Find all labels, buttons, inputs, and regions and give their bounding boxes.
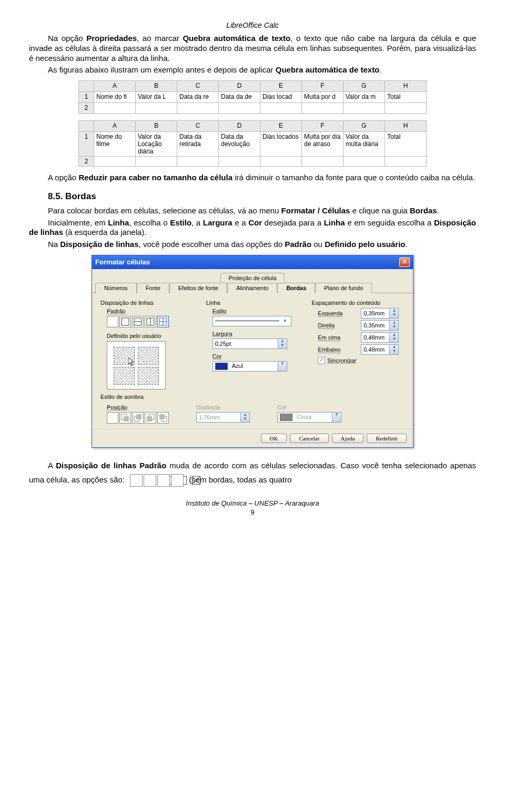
- preset-box-v-icon[interactable]: [145, 316, 156, 327]
- spinner-arrows-icon[interactable]: ▲▼: [278, 339, 287, 348]
- userdef-preview[interactable]: [107, 341, 166, 389]
- style-combo[interactable]: ▼: [213, 316, 291, 326]
- label-shadow-cor: Cor: [277, 404, 341, 410]
- spreadsheet-before: A B C D E F G H 1 Nome do fi Valor da L …: [78, 80, 427, 114]
- text: A opção: [48, 173, 78, 182]
- color-combo[interactable]: Azul ▼: [213, 361, 287, 372]
- text: Inicialmente, em: [48, 218, 108, 227]
- width-value: 0,25pt: [213, 341, 278, 347]
- checkbox-checked-icon: ✓: [318, 357, 325, 364]
- cell: Nome do filme: [94, 132, 136, 157]
- svg-rect-1: [122, 318, 129, 325]
- width-spinner[interactable]: 0,25pt ▲▼: [213, 338, 287, 349]
- spinner-arrows-icon[interactable]: ▲▼: [389, 309, 398, 318]
- shadow-tr-icon[interactable]: [132, 412, 144, 424]
- row-header: 1: [79, 92, 94, 103]
- preset-row: [107, 316, 194, 327]
- sync-checkbox[interactable]: ✓ Sincronizar: [318, 357, 405, 364]
- label-estilo: Estilo: [213, 308, 299, 314]
- col-header: A: [94, 121, 136, 132]
- tab-plano[interactable]: Plano de fundo: [315, 283, 372, 293]
- col-header: E: [260, 81, 302, 92]
- ok-button[interactable]: OK: [261, 434, 287, 443]
- shadow-none-icon[interactable]: [107, 412, 118, 424]
- tab-efeitos[interactable]: Efeitos de fonte: [169, 283, 227, 293]
- close-icon[interactable]: ✕: [399, 258, 410, 267]
- preset-none-icon[interactable]: [107, 316, 118, 327]
- text: e em seguida escolha a: [345, 218, 434, 227]
- spinner-arrows-icon[interactable]: ▲▼: [389, 333, 398, 342]
- help-button[interactable]: Ajuda: [332, 434, 364, 443]
- preset-box-icon[interactable]: [119, 316, 131, 327]
- cancel-button[interactable]: Cancelar: [290, 434, 328, 443]
- cell: Total: [385, 92, 427, 103]
- label-largura: Largura: [213, 331, 299, 337]
- line-preview-icon: [215, 321, 279, 321]
- paragraph-1: Na opção Propriedades, ao marcar Quebra …: [29, 34, 476, 63]
- section-espacamento: Espaçamento do conteúdo Esquerda 0,35mm▲…: [311, 300, 405, 389]
- bottom-spinner[interactable]: 0,48mm▲▼: [361, 344, 399, 355]
- text: .: [405, 240, 407, 249]
- paragraph-5: Inicialmente, em Linha, escolha o Estilo…: [29, 218, 476, 238]
- bold: Disposição de linhas Padrão: [56, 461, 166, 470]
- section-sombra: Estilo de sombra Posição Distância 1,76m…: [92, 394, 413, 429]
- label-disposicao: Disposição de linhas: [100, 300, 194, 306]
- text: e a: [233, 218, 248, 227]
- value: Cinza: [278, 414, 332, 421]
- cell: Valor da multa diária: [344, 132, 385, 157]
- bold: Estilo: [170, 218, 191, 227]
- text: A: [48, 461, 56, 470]
- cell: Dias locados: [260, 132, 302, 157]
- bold: Linha: [324, 218, 345, 227]
- color-value: Azul: [213, 363, 278, 370]
- tab-protecao[interactable]: Proteção de célula: [220, 273, 284, 283]
- tab-bordas[interactable]: Bordas: [277, 283, 315, 293]
- color-swatch-icon: [215, 363, 228, 370]
- preset-box-h-icon[interactable]: [132, 316, 144, 327]
- corner-cell: [79, 121, 94, 132]
- col-header: F: [302, 81, 344, 92]
- cell: Data da re: [177, 92, 219, 103]
- tab-numeros[interactable]: Números: [95, 283, 137, 293]
- shadow-br-icon[interactable]: [119, 412, 131, 424]
- chevron-down-icon: ▼: [332, 413, 341, 422]
- text: , ao marcar: [137, 34, 183, 43]
- value: 0,35mm: [361, 310, 389, 316]
- bold: Bordas: [410, 206, 437, 215]
- reset-button[interactable]: Redefinir: [367, 434, 407, 443]
- cell: Multa por dia de atraso: [302, 132, 344, 157]
- tab-alinhamento[interactable]: Alinhamento: [227, 283, 277, 293]
- tab-fonte[interactable]: Fonte: [137, 283, 169, 293]
- tab-row: Números Fonte Efeitos de fonte Alinhamen…: [92, 282, 413, 293]
- preset-none-icon: [130, 474, 143, 487]
- col-header: F: [302, 121, 344, 132]
- label-posicao: Posição: [107, 404, 169, 410]
- left-spinner[interactable]: 0,35mm▲▼: [361, 308, 399, 318]
- text: .: [379, 65, 381, 74]
- shadow-color-combo: Cinza▼: [277, 412, 341, 423]
- col-header: C: [177, 121, 219, 132]
- section-linha: Linha Estilo ▼ Largura 0,25pt ▲▼ Cor Azu…: [206, 300, 299, 389]
- preset-box-icon: [144, 474, 156, 487]
- cell: Valor da m: [344, 92, 385, 103]
- label-sync: Sincronizar: [327, 357, 356, 364]
- paragraph-3: A opção Reduzir para caber no tamanho da…: [29, 173, 476, 183]
- right-spinner[interactable]: 0,35mm▲▼: [361, 320, 399, 331]
- dialog-titlebar[interactable]: Formatar células ✕: [92, 255, 413, 269]
- col-header: H: [385, 81, 427, 92]
- preset-all-icon[interactable]: [157, 316, 169, 327]
- dialog-buttons: OK Cancelar Ajuda Redefinir: [92, 429, 413, 447]
- heading-bordas: 8.5. Bordas: [48, 191, 476, 202]
- chevron-down-icon: ▼: [281, 318, 289, 323]
- top-spinner[interactable]: 0,48mm▲▼: [361, 332, 399, 343]
- row-header: 2: [79, 157, 94, 167]
- value: 0,48mm: [361, 346, 389, 353]
- shadow-bl-icon[interactable]: [145, 412, 156, 424]
- spinner-arrows-icon[interactable]: ▲▼: [389, 321, 398, 330]
- label-distancia: Distância: [196, 404, 250, 410]
- spinner-arrows-icon[interactable]: ▲▼: [389, 345, 398, 354]
- shadow-tl-icon[interactable]: [157, 412, 169, 424]
- text: Na: [48, 240, 60, 249]
- cell: Valor da L: [136, 92, 177, 103]
- cell: Data da devolução: [219, 132, 260, 157]
